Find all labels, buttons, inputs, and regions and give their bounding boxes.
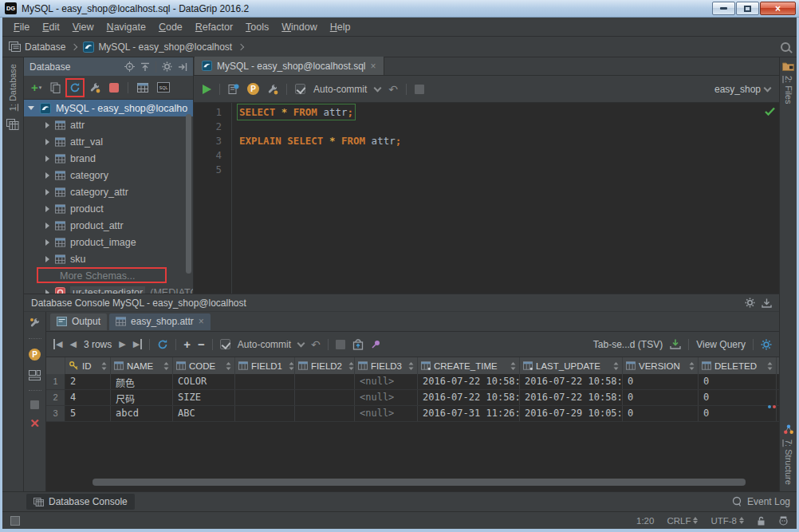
hide-toolwindows-icon[interactable] <box>10 516 20 526</box>
sort-icon[interactable] <box>226 362 231 370</box>
datasource-properties-button[interactable] <box>89 82 100 93</box>
close-button[interactable]: × <box>760 2 796 15</box>
rollback-icon[interactable]: ↶ <box>311 340 321 349</box>
tree-item-category[interactable]: category <box>24 167 193 183</box>
expand-arrow-icon[interactable] <box>45 290 49 294</box>
inspection-profile-icon[interactable] <box>778 515 789 526</box>
reload-data-button[interactable] <box>157 339 168 350</box>
menu-help[interactable]: Help <box>324 19 357 35</box>
files-toolwindow-icon[interactable] <box>782 61 794 71</box>
gear-icon[interactable] <box>162 61 172 72</box>
expand-arrow-icon[interactable] <box>45 189 49 195</box>
menu-refactor[interactable]: Refactor <box>189 19 239 35</box>
line-separator-selector[interactable]: CRLF <box>667 516 698 526</box>
add-row-button[interactable]: + <box>183 337 191 351</box>
locate-icon[interactable] <box>124 61 135 72</box>
encoding-selector[interactable]: UTF-8 <box>710 516 744 526</box>
view-query-button[interactable]: View Query <box>696 339 746 350</box>
tree-item-attr[interactable]: attr <box>24 116 193 133</box>
open-console-button[interactable]: SQL <box>157 82 170 93</box>
gear-icon[interactable] <box>761 339 772 350</box>
duplicate-button[interactable] <box>50 82 61 93</box>
previous-page-button[interactable]: ◀ <box>69 339 76 349</box>
toolwindow-stripe-files[interactable]: 2: Files <box>784 76 793 104</box>
caret-position[interactable]: 1:20 <box>636 516 654 526</box>
tree-item-more-schemas[interactable]: More Schemas... <box>24 267 193 284</box>
search-icon[interactable] <box>781 42 790 52</box>
toolwindow-stripe-database[interactable]: 1: Database <box>8 64 18 111</box>
database-toolwindow-icon[interactable] <box>6 119 19 130</box>
pin-icon[interactable] <box>371 339 381 349</box>
delete-row-button[interactable]: − <box>198 337 205 351</box>
column-header-field3[interactable]: FIELD3 <box>355 357 418 374</box>
first-page-button[interactable]: ◀ <box>53 339 62 349</box>
tree-item-category-attr[interactable]: category_attr <box>24 183 193 200</box>
breadcrumb-database[interactable]: Database <box>25 41 65 53</box>
database-console-toolwindow-button[interactable]: Database Console <box>26 494 135 510</box>
chevron-down-icon[interactable] <box>374 84 382 92</box>
stop-button[interactable] <box>336 340 345 349</box>
lock-icon[interactable] <box>757 516 766 526</box>
autocommit-checkbox[interactable] <box>295 84 305 94</box>
sort-icon[interactable] <box>408 362 414 370</box>
tree-item-product-attr[interactable]: product_attr <box>24 217 193 234</box>
close-tab-icon[interactable]: × <box>371 62 376 70</box>
toolwindow-stripe-structure[interactable]: 7: Structure <box>784 439 793 485</box>
row-number[interactable]: 3 <box>46 406 65 421</box>
row-number[interactable]: 1 <box>46 374 65 389</box>
menu-edit[interactable]: Edit <box>36 19 66 35</box>
settings-wrench-button[interactable] <box>267 84 278 95</box>
tree-scrollbar[interactable] <box>186 114 191 274</box>
sort-icon[interactable] <box>348 362 354 370</box>
collapse-all-icon[interactable] <box>140 62 150 72</box>
expand-arrow-icon[interactable] <box>45 256 49 262</box>
sort-icon[interactable] <box>689 362 695 370</box>
settings-wrench-icon[interactable] <box>30 317 41 329</box>
sync-refresh-button[interactable] <box>69 82 81 93</box>
tree-item-product[interactable]: product <box>24 200 193 217</box>
column-header-code[interactable]: CODE <box>173 357 235 374</box>
sort-icon[interactable] <box>510 362 516 370</box>
rollback-icon[interactable]: ↶ <box>388 85 398 94</box>
sort-icon[interactable] <box>163 362 169 370</box>
minimize-button[interactable] <box>712 2 735 15</box>
stop-execution-button[interactable] <box>415 85 424 94</box>
table-view-button[interactable] <box>137 83 148 93</box>
dock-icon[interactable] <box>762 298 772 308</box>
close-tab-icon[interactable]: × <box>199 317 204 325</box>
menu-file[interactable]: File <box>7 19 36 35</box>
tree-item-sku[interactable]: sku <box>24 250 193 267</box>
expand-arrow-icon[interactable] <box>45 206 49 212</box>
menu-tools[interactable]: Tools <box>239 19 275 35</box>
editor-tab-sql-file[interactable]: MySQL - easy_shop@localhost.sql × <box>195 57 384 75</box>
sort-icon[interactable] <box>767 362 773 370</box>
parameters-button[interactable]: P <box>29 349 41 361</box>
menu-code[interactable]: Code <box>152 19 189 35</box>
event-log-button[interactable]: Event Log <box>731 496 790 507</box>
maximize-button[interactable] <box>736 2 759 15</box>
expand-arrow-icon[interactable] <box>45 172 49 179</box>
parameters-button[interactable]: P <box>247 83 259 95</box>
tab-output[interactable]: Output <box>50 313 107 330</box>
commit-icon[interactable] <box>352 339 364 350</box>
chevron-down-icon[interactable] <box>297 339 305 347</box>
export-format-selector[interactable]: Tab-se...d (TSV) <box>593 339 663 350</box>
expand-arrow-icon[interactable] <box>45 139 49 145</box>
tree-item-brand[interactable]: brand <box>24 150 193 167</box>
close-console-button[interactable]: ✕ <box>30 419 40 428</box>
expand-arrow-icon[interactable] <box>45 122 49 128</box>
attach-console-button[interactable] <box>228 84 239 95</box>
tree-item-attr-val[interactable]: attr_val <box>24 133 193 150</box>
hide-panel-icon[interactable] <box>178 62 187 72</box>
menu-view[interactable]: View <box>66 19 100 35</box>
sort-icon[interactable] <box>289 362 294 370</box>
horizontal-scrollbar[interactable] <box>92 479 746 486</box>
tree-root-datasource[interactable]: MySQL - easy_shop@localho <box>24 100 193 116</box>
sort-icon[interactable] <box>101 362 107 370</box>
tab-result-easy-shop-attr[interactable]: easy_shop.attr × <box>109 313 211 330</box>
layout-view-icon[interactable] <box>29 370 41 380</box>
grid-corner-cell[interactable] <box>46 357 65 374</box>
sort-icon[interactable] <box>613 362 619 370</box>
schema-selector[interactable]: easy_shop <box>714 84 770 95</box>
expand-arrow-icon[interactable] <box>45 156 49 162</box>
